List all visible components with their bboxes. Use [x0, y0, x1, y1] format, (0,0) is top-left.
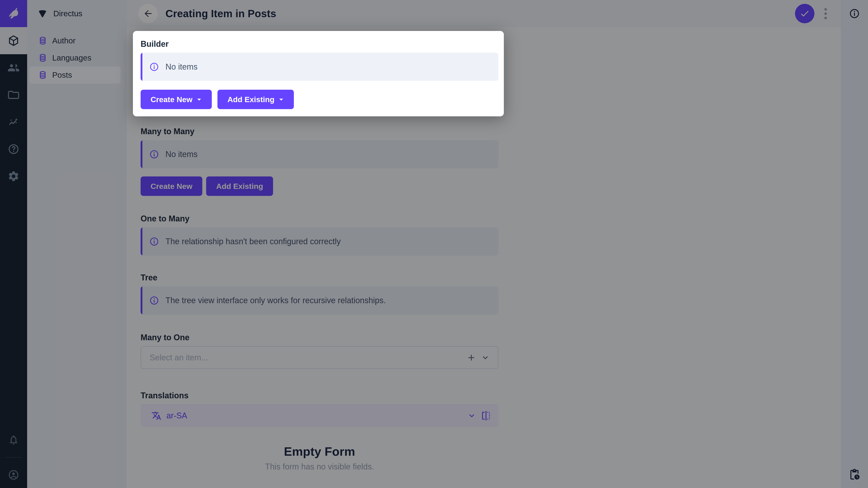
button-label: Add Existing [227, 95, 274, 104]
create-new-button[interactable]: Create New [141, 90, 212, 109]
field-label: Builder [141, 39, 498, 49]
add-existing-button[interactable]: Add Existing [217, 90, 294, 109]
dropdown-arrow-icon [195, 95, 204, 104]
app-screen: Directus Author [0, 0, 868, 488]
field-builder: Builder No items Create New [141, 39, 498, 109]
dropdown-arrow-icon [277, 95, 286, 104]
info-circle-icon [149, 62, 159, 72]
notice-no-items: No items [141, 53, 498, 81]
button-label: Create New [151, 95, 192, 104]
notice-text: No items [165, 62, 197, 72]
builder-button-row: Create New Add Existing [141, 90, 498, 109]
builder-card: Builder No items Create New [133, 31, 504, 116]
